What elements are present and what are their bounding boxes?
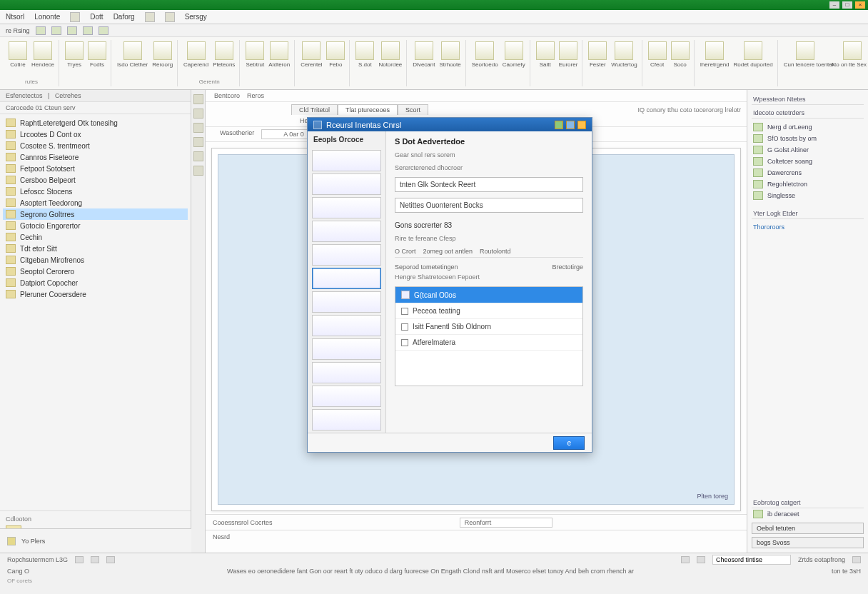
tree-node[interactable]: Fetpoot Sototsert	[3, 163, 188, 174]
dialog-thumbnail[interactable]	[312, 362, 381, 383]
status-input[interactable]	[712, 555, 791, 565]
menu-icon[interactable]	[70, 12, 80, 22]
ribbon-button[interactable]: Caperend	[183, 41, 208, 68]
tree-node[interactable]: Lefoscc Stocens	[3, 186, 188, 197]
ribbon-button[interactable]: Pleteons	[213, 41, 235, 68]
properties-link[interactable]: Thororoors	[752, 222, 864, 232]
properties-item[interactable]: Coltetcer soang	[752, 156, 864, 167]
quick-button[interactable]	[99, 26, 108, 35]
ribbon-button[interactable]: Aldteron	[268, 41, 290, 68]
dialog-titlebar[interactable]: Rceursl Inentas Cnrsl	[308, 118, 592, 131]
dialog-thumbnail[interactable]	[312, 150, 381, 171]
doc-toolbar-item[interactable]: Reros	[247, 92, 264, 99]
menu-item[interactable]: Dott	[90, 13, 103, 21]
dialog-text-field[interactable]: Netittes Ouonterent Bocks	[395, 198, 583, 213]
doc-footer-input[interactable]: Reonforrt	[460, 518, 552, 528]
properties-button[interactable]: Oebol tetuten	[752, 523, 864, 534]
dialog-thumbnail[interactable]	[312, 386, 381, 407]
dialog-text-field[interactable]: tnten Glk Sonteck Reert	[395, 177, 583, 192]
tree-node[interactable]: Segrono Goltrres	[3, 208, 188, 220]
palette-swatch[interactable]	[7, 537, 16, 545]
tree-node[interactable]: Asoptert Teedorong	[3, 197, 188, 208]
dialog-ok-button[interactable]: e	[553, 436, 585, 450]
tree-node[interactable]: Lrcootes D Cont ox	[3, 129, 188, 140]
tree-node[interactable]: Seoptol Cerorero	[3, 266, 188, 277]
ribbon-button[interactable]: Ato on tte Sex ecodne	[831, 41, 868, 68]
dialog-thumbnail[interactable]	[312, 173, 381, 195]
ribbon-button[interactable]: Dlvecant	[413, 41, 435, 68]
dialog-thumbnail[interactable]	[312, 315, 381, 336]
ribbon-button[interactable]: Cun tencere toenter	[784, 41, 827, 68]
ribbon-button[interactable]: Sebtrut	[246, 41, 264, 68]
properties-button[interactable]: bogs Svoss	[752, 537, 864, 548]
ribbon-button[interactable]: Wuctertog	[611, 41, 637, 68]
properties-item[interactable]: Dawercrens	[752, 167, 864, 178]
tool-button[interactable]	[193, 94, 203, 104]
status-icon[interactable]	[681, 556, 690, 563]
ribbon-button[interactable]: Saitt	[536, 41, 555, 68]
status-icon[interactable]	[106, 556, 115, 563]
ribbon-button[interactable]: Seortoedo	[472, 41, 498, 68]
tool-button[interactable]	[193, 109, 203, 119]
tree-node[interactable]: Citgeban Mirofrenos	[3, 254, 188, 266]
tool-button[interactable]	[193, 151, 203, 161]
dialog-list-item[interactable]: Atferelmatera	[395, 335, 582, 351]
ribbon-button[interactable]: Cotire	[9, 41, 27, 68]
tool-button[interactable]	[193, 166, 203, 176]
dialog-thumbnail[interactable]	[312, 291, 381, 313]
ribbon-button[interactable]: Febo	[326, 41, 345, 68]
doc-tab[interactable]: Scort	[398, 104, 428, 115]
navigator-tree[interactable]: RaphtLeteretgerd Otk tonesihgLrcootes D …	[0, 114, 191, 510]
dialog-subtab[interactable]: 2omeg oot antlen	[423, 248, 473, 255]
ribbon-button[interactable]: Soco	[671, 41, 690, 68]
doc-toolbar-item[interactable]: Bentcoro	[214, 92, 240, 99]
tree-node[interactable]: Cechin	[3, 231, 188, 243]
dialog-list-item[interactable]: Peceoa teating	[395, 303, 582, 319]
tree-node[interactable]: Datpiort Copocher	[3, 277, 188, 288]
ribbon-button[interactable]: Eurorer	[559, 41, 578, 68]
dialog-thumbnail[interactable]	[312, 244, 381, 266]
status-icon[interactable]	[697, 556, 705, 563]
dialog-max-button[interactable]	[566, 121, 575, 129]
ribbon-button[interactable]: Tryes	[65, 41, 84, 68]
ribbon-button[interactable]: Cfeot	[648, 41, 667, 68]
dialog-subtab[interactable]: Routolontd	[480, 248, 511, 255]
dialog-thumbnail[interactable]	[312, 197, 381, 218]
ribbon-button[interactable]: Notordee	[378, 41, 402, 68]
tree-node[interactable]: Cannros Fiseteore	[3, 151, 188, 163]
window-minimize-button[interactable]: –	[829, 1, 839, 9]
status-icon[interactable]	[75, 556, 84, 563]
status-icon[interactable]	[852, 556, 861, 563]
tree-node[interactable]: Cersboo Belpeort	[3, 174, 188, 186]
ribbon-button[interactable]: Iheretrgend	[700, 41, 730, 68]
dialog-listbox[interactable]: G(tcanl O0osPeceoa teatingIsitt Fanentl …	[395, 286, 583, 386]
quick-button[interactable]	[36, 26, 46, 35]
tree-node[interactable]: Pleruner Cooersdere	[3, 288, 188, 300]
quick-button[interactable]	[83, 26, 93, 35]
properties-item[interactable]: SfO tosots by om	[752, 133, 864, 144]
tree-node[interactable]: Tdt etor Sitt	[3, 243, 188, 254]
dialog-min-button[interactable]	[555, 121, 563, 129]
window-maximize-button[interactable]: □	[842, 1, 852, 9]
menu-item[interactable]: Ntsorl	[6, 13, 24, 21]
tree-node[interactable]: Gotocio Engorertor	[3, 220, 188, 231]
dialog-close-button[interactable]	[577, 121, 586, 129]
menu-icon[interactable]	[145, 12, 155, 22]
menu-item[interactable]: Sersgy	[185, 13, 207, 21]
ribbon-button[interactable]: Caomety	[503, 41, 525, 68]
ribbon-button[interactable]: Fester	[588, 41, 607, 68]
dialog-thumbnail[interactable]	[312, 268, 381, 289]
doc-tab[interactable]: Cld Tritetol	[291, 104, 338, 115]
tool-button[interactable]	[193, 137, 203, 147]
ribbon-button[interactable]: Strhoote	[439, 41, 460, 68]
properties-item[interactable]: Nerg d orLeeng	[752, 121, 864, 133]
dialog-thumbnail[interactable]	[312, 338, 381, 360]
window-close-button[interactable]: ×	[855, 1, 865, 9]
ribbon-button[interactable]: Hendece	[31, 41, 54, 68]
properties-item[interactable]: G Golst Altiner	[752, 144, 864, 156]
menu-item[interactable]: Daforg	[113, 13, 135, 21]
dialog-thumbnail[interactable]	[312, 409, 381, 431]
ribbon-button[interactable]: Cerentel	[301, 41, 322, 68]
menu-item[interactable]: Lononte	[34, 13, 60, 21]
tool-button[interactable]	[193, 123, 203, 133]
